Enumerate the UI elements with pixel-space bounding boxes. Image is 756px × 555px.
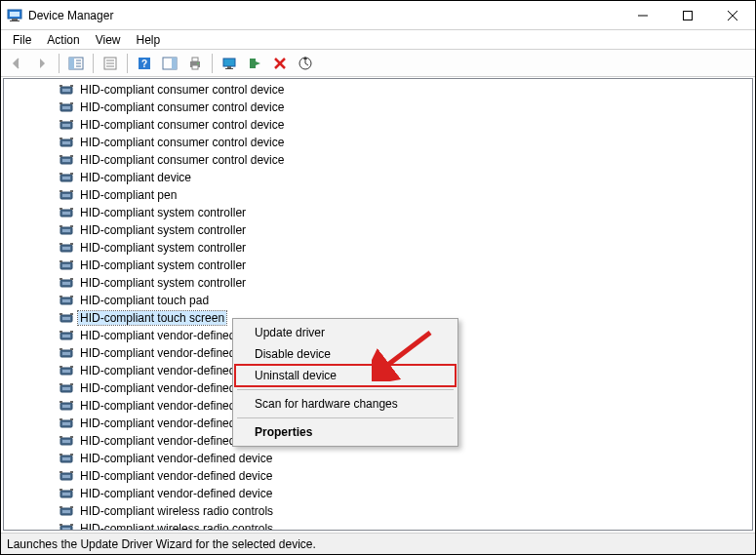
svg-rect-79 <box>70 278 73 280</box>
device-icon <box>59 82 74 98</box>
svg-rect-75 <box>70 260 73 262</box>
device-label: HID-compliant consumer control device <box>78 153 286 167</box>
device-tree-item[interactable]: HID-compliant system controller <box>4 239 752 257</box>
minimize-button[interactable] <box>620 1 665 30</box>
svg-rect-22 <box>192 58 198 61</box>
menu-action[interactable]: Action <box>39 31 87 49</box>
device-label: HID-compliant vendor-defined device <box>78 452 274 465</box>
device-tree-item[interactable]: HID-compliant wireless radio controls <box>4 520 752 530</box>
device-tree-item[interactable]: HID-compliant system controller <box>4 204 752 221</box>
device-label: HID-compliant touch pad <box>78 294 211 307</box>
menu-help[interactable]: Help <box>129 31 169 49</box>
svg-rect-101 <box>62 387 70 390</box>
svg-rect-127 <box>70 489 73 491</box>
scan-hardware-button[interactable] <box>294 52 317 75</box>
svg-rect-3 <box>10 20 20 21</box>
svg-rect-66 <box>60 225 62 227</box>
svg-rect-27 <box>225 68 233 69</box>
update-driver-toolbar-button[interactable] <box>218 52 241 75</box>
svg-rect-129 <box>62 510 70 513</box>
menu-view[interactable]: View <box>88 31 129 49</box>
device-tree-item[interactable]: HID-compliant system controller <box>4 221 752 239</box>
svg-rect-81 <box>62 299 70 302</box>
device-label: HID-compliant system controller <box>78 276 248 290</box>
help-toolbar-button[interactable]: ? <box>133 52 156 75</box>
svg-rect-130 <box>60 506 62 508</box>
device-icon <box>59 187 74 203</box>
show-tree-button[interactable] <box>64 52 88 75</box>
svg-rect-125 <box>62 493 70 496</box>
device-icon <box>59 433 74 449</box>
back-button[interactable] <box>5 52 28 75</box>
ctx-separator <box>237 389 454 390</box>
svg-rect-61 <box>62 212 70 215</box>
device-tree-item[interactable]: HID-compliant pen <box>4 186 752 204</box>
ctx-update-driver[interactable]: Update driver <box>235 322 456 343</box>
device-tree-item[interactable]: HID-compliant system controller <box>4 257 752 274</box>
device-label: HID-compliant vendor-defined device <box>78 487 274 500</box>
maximize-button[interactable] <box>665 1 710 30</box>
status-text: Launches the Update Driver Wizard for th… <box>7 537 316 551</box>
menu-file[interactable]: File <box>5 31 39 49</box>
device-tree-item[interactable]: HID-compliant consumer control device <box>4 116 752 134</box>
svg-rect-33 <box>62 89 70 92</box>
svg-rect-55 <box>70 173 73 175</box>
svg-rect-109 <box>62 422 70 425</box>
svg-rect-105 <box>62 405 70 408</box>
device-label: HID-compliant system controller <box>78 223 248 237</box>
svg-rect-47 <box>70 138 73 139</box>
device-tree-item[interactable]: HID-compliant wireless radio controls <box>4 502 752 520</box>
ctx-scan-hardware[interactable]: Scan for hardware changes <box>235 393 456 415</box>
svg-text:?: ? <box>141 59 147 69</box>
properties-toolbar-button[interactable] <box>99 52 122 75</box>
device-icon <box>59 380 74 396</box>
print-button[interactable] <box>183 52 207 75</box>
svg-rect-94 <box>60 348 62 350</box>
device-tree-item[interactable]: HID-compliant consumer control device <box>4 99 752 116</box>
svg-rect-97 <box>62 370 70 373</box>
device-label: HID-compliant consumer control device <box>78 136 286 149</box>
ctx-disable-device[interactable]: Disable device <box>235 343 456 365</box>
svg-rect-123 <box>70 471 73 473</box>
device-tree-item[interactable]: HID-compliant system controller <box>4 274 752 292</box>
svg-rect-53 <box>62 177 70 179</box>
device-tree-item[interactable]: HID-compliant consumer control device <box>4 151 752 169</box>
ctx-properties[interactable]: Properties <box>235 421 456 443</box>
svg-rect-69 <box>62 247 70 250</box>
device-icon <box>59 363 74 378</box>
device-tree-item[interactable]: HID-compliant touch pad <box>4 292 752 309</box>
ctx-separator <box>237 417 454 418</box>
svg-rect-83 <box>70 296 73 297</box>
title-bar: Device Manager <box>1 1 755 30</box>
svg-rect-35 <box>70 85 73 87</box>
device-icon <box>59 521 74 530</box>
device-tree-item[interactable]: HID-compliant device <box>4 169 752 186</box>
svg-rect-63 <box>70 208 73 210</box>
device-icon <box>59 398 74 414</box>
device-label: HID-compliant system controller <box>78 241 248 255</box>
uninstall-toolbar-button[interactable] <box>268 52 292 75</box>
toolbar-separator <box>127 54 128 73</box>
svg-rect-113 <box>62 440 70 443</box>
toolbar: ? <box>1 50 755 77</box>
device-label: HID-compliant vendor-defined device <box>78 469 274 483</box>
ctx-uninstall-device[interactable]: Uninstall device <box>235 365 456 386</box>
forward-button[interactable] <box>30 52 54 75</box>
device-tree-item[interactable]: HID-compliant vendor-defined device <box>4 467 752 485</box>
device-tree-item[interactable]: HID-compliant consumer control device <box>4 134 752 151</box>
enable-device-button[interactable] <box>243 52 266 75</box>
svg-rect-135 <box>70 524 73 526</box>
close-button[interactable] <box>710 1 755 30</box>
svg-rect-99 <box>70 366 73 368</box>
device-tree-item[interactable]: HID-compliant vendor-defined device <box>4 450 752 467</box>
svg-rect-20 <box>172 58 177 69</box>
svg-rect-49 <box>62 159 70 162</box>
svg-rect-86 <box>60 313 62 315</box>
device-label: HID-compliant touch screen <box>78 311 226 325</box>
device-tree-item[interactable]: HID-compliant consumer control device <box>4 81 752 99</box>
action-pane-button[interactable] <box>158 52 181 75</box>
device-tree[interactable]: HID-compliant consumer control deviceHID… <box>4 79 752 530</box>
svg-rect-59 <box>70 190 73 192</box>
device-icon <box>59 99 74 115</box>
device-tree-item[interactable]: HID-compliant vendor-defined device <box>4 485 752 502</box>
